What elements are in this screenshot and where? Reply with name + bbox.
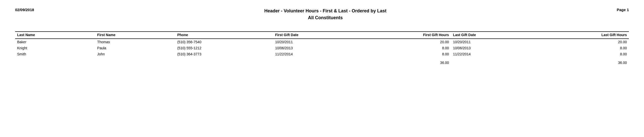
cell-firstgifthours-2: 8.00 [362,51,451,57]
cell-lastgiftdate-1: 10/06/2013 [451,45,540,51]
page-number: Page 1 [617,8,629,12]
cell-lastgifthours-2: 8.00 [540,51,629,57]
cell-phone-0: (510) 356-7540 [175,39,273,45]
table-row: Knight Paula (510) 555-1212 10/06/2013 8… [15,45,629,51]
cell-lastname-1: Knight [15,45,95,51]
report-header: 02/09/2018 Header - Volunteer Hours - Fi… [15,8,629,21]
cell-firstname-2: John [95,51,175,57]
cell-firstgiftdate-2: 11/22/2014 [273,51,362,57]
total-row: 36.00 36.00 [15,60,629,66]
total-first-gift-hours: 36.00 [362,60,451,66]
report-title: Header - Volunteer Hours - First & Last … [34,8,617,21]
col-header-phone: Phone [175,32,273,39]
report-date: 02/09/2018 [15,8,34,12]
table-row: Smith John (510) 364-3773 11/22/2014 8.0… [15,51,629,57]
col-header-firstgifthours: First Gift Hours [362,32,451,39]
cell-phone-1: (510) 555-1212 [175,45,273,51]
cell-firstgiftdate-0: 10/20/2011 [273,39,362,45]
col-header-lastgiftdate: Last Gift Date [451,32,540,39]
col-header-lastname: Last Name [15,32,95,39]
cell-lastgifthours-0: 20.00 [540,39,629,45]
col-header-firstname: First Name [95,32,175,39]
cell-phone-2: (510) 364-3773 [175,51,273,57]
report-table: Last Name First Name Phone First Gift Da… [15,31,629,66]
table-row: Baker Thomas (510) 356-7540 10/20/2011 2… [15,39,629,45]
cell-firstname-0: Thomas [95,39,175,45]
cell-lastgiftdate-2: 11/22/2014 [451,51,540,57]
cell-firstname-1: Paula [95,45,175,51]
cell-firstgiftdate-1: 10/06/2013 [273,45,362,51]
col-header-firstgiftdate: First Gift Date [273,32,362,39]
cell-lastgifthours-1: 8.00 [540,45,629,51]
subtotal-row [15,57,629,60]
cell-firstgifthours-1: 8.00 [362,45,451,51]
cell-firstgifthours-0: 20.00 [362,39,451,45]
cell-lastname-2: Smith [15,51,95,57]
total-last-gift-hours: 36.00 [540,60,629,66]
cell-lastgiftdate-0: 10/20/2011 [451,39,540,45]
col-header-lastgifthours: Last Gift Hours [540,32,629,39]
table-header-row: Last Name First Name Phone First Gift Da… [15,32,629,39]
cell-lastname-0: Baker [15,39,95,45]
